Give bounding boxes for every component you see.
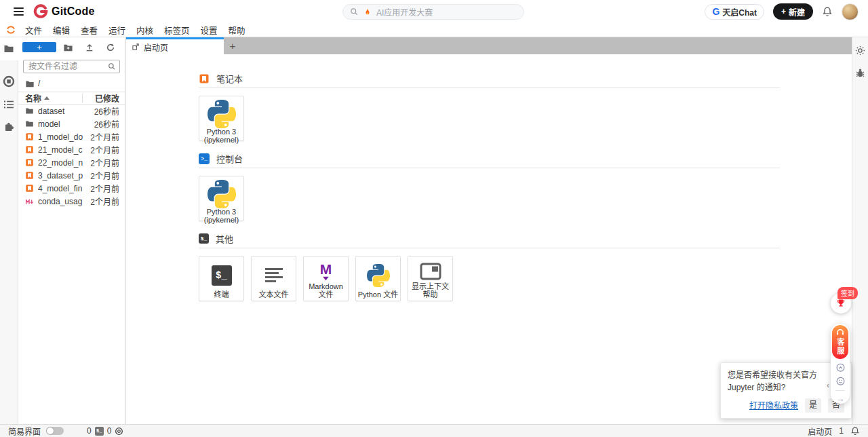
notification-bell-icon[interactable] (822, 6, 833, 17)
upload-button[interactable] (80, 43, 98, 52)
breadcrumb-root[interactable]: / (38, 79, 40, 88)
sidebar-tab-table-of-contents[interactable] (0, 93, 18, 116)
trophy-icon (835, 299, 846, 309)
headset-icon (835, 328, 845, 337)
python-logo-icon (367, 260, 390, 291)
section-title: 笔记本 (216, 72, 243, 85)
menu-view[interactable]: 查看 (75, 24, 103, 37)
menu-help[interactable]: 帮助 (223, 24, 251, 37)
sidebar-tab-extensions[interactable] (0, 116, 18, 139)
search-icon (108, 62, 116, 71)
file-row[interactable]: model 26秒前 (18, 117, 125, 130)
property-inspector-gear-icon[interactable] (855, 45, 865, 56)
notification-yes-button[interactable]: 是 (805, 398, 821, 413)
menu-run[interactable]: 运行 (103, 24, 131, 37)
customer-service-label: 客服 (835, 338, 846, 356)
launcher-card-terminal[interactable]: $_ 终端 (199, 256, 244, 301)
smiley-feedback-icon[interactable] (835, 377, 846, 386)
section-cards: Python 3 (ipykernel) (199, 168, 780, 232)
file-row[interactable]: 21_model_c... 2个月前 (18, 143, 125, 156)
privacy-policy-link[interactable]: 打开隐私政策 (749, 400, 798, 412)
right-activity-bar (852, 37, 868, 424)
breadcrumb[interactable]: / (18, 73, 125, 92)
sidebar-tab-file-browser[interactable] (0, 37, 18, 60)
file-row[interactable]: 1_model_do... 2个月前 (18, 130, 125, 143)
hamburger-menu-icon[interactable] (14, 7, 24, 16)
folder-icon (3, 43, 14, 54)
launcher-card-notebook-python3[interactable]: Python 3 (ipykernel) (199, 96, 244, 141)
file-row[interactable]: dataset 26秒前 (18, 104, 125, 117)
console-icon: >_ (199, 153, 210, 164)
terminal-icon: $_ (199, 233, 209, 244)
status-bell-icon[interactable] (850, 426, 860, 436)
launcher-card-text-file[interactable]: 文本文件 (251, 256, 296, 301)
file-row[interactable]: conda_usag... 2个月前 (18, 195, 125, 208)
tab-bar: 启动页 + (126, 37, 852, 54)
section-header: 笔记本 (199, 72, 780, 88)
home-folder-icon (25, 79, 35, 88)
filename-filter[interactable] (23, 60, 120, 73)
card-label: 文本文件 (258, 291, 290, 301)
header-actions: G 天启Chat + 新建 (705, 0, 859, 23)
menu-file[interactable]: 文件 (20, 24, 47, 37)
file-row[interactable]: 4_model_fin... 2个月前 (18, 182, 125, 195)
simple-mode-label: 简易界面 (8, 425, 41, 437)
expand-arrow[interactable]: → (836, 394, 845, 404)
tianqi-chat-label: 天启Chat (722, 6, 757, 18)
simple-mode-toggle[interactable] (46, 427, 64, 435)
section-title: 其他 (216, 232, 233, 245)
checkin-badge[interactable]: 签到 (837, 287, 858, 299)
debugger-bug-icon[interactable] (856, 68, 865, 78)
refresh-icon (106, 43, 115, 52)
widget-divider (835, 390, 845, 391)
file-modified: 26秒前 (87, 105, 119, 117)
menu-kernel[interactable]: 内核 (131, 24, 159, 37)
terminal-icon: $_ (95, 427, 104, 436)
file-name: 3_dataset_pr... (38, 171, 83, 180)
new-folder-button[interactable] (59, 43, 77, 52)
refresh-button[interactable] (101, 43, 119, 52)
file-modified: 2个月前 (87, 144, 119, 155)
notebook-icon (199, 73, 210, 84)
menu-tabs[interactable]: 标签页 (159, 24, 195, 37)
tab-launcher[interactable]: 启动页 (126, 37, 224, 54)
customer-service-button[interactable]: 客服 (832, 325, 848, 359)
launcher-card-python-file[interactable]: Python 文件 (355, 256, 401, 301)
gitcode-logo[interactable]: GitCode (33, 4, 95, 19)
sidebar-tab-running-kernels[interactable] (0, 70, 18, 93)
kernel-circle-icon (115, 427, 123, 436)
text-file-icon (264, 260, 284, 291)
floating-chat-widget: 客服 → (831, 324, 850, 404)
running-sessions[interactable]: 0 $_ 0 (87, 426, 123, 436)
collapse-chevron[interactable]: ‹ (827, 381, 829, 390)
column-modified[interactable]: 已修改 (87, 92, 119, 104)
folder-icon (25, 119, 34, 128)
python-logo-icon (208, 100, 236, 128)
launcher-card-console-python3[interactable]: Python 3 (ipykernel) (199, 176, 244, 221)
circle-up-icon[interactable] (835, 363, 846, 373)
status-left: 简易界面 0 $_ 0 (8, 425, 808, 437)
gitcode-g-icon (33, 4, 48, 19)
file-row[interactable]: 3_dataset_pr... 2个月前 (18, 169, 125, 182)
file-name: 22_model_n... (38, 158, 83, 168)
header-search-input[interactable]: AI应用开发大赛 (342, 4, 524, 20)
notebook-icon (25, 158, 34, 167)
user-avatar[interactable] (842, 3, 859, 20)
column-name[interactable]: 名称 (25, 92, 82, 104)
file-name: 1_model_do... (38, 132, 83, 142)
section-cards: Python 3 (ipykernel) (199, 88, 780, 152)
add-tab-button[interactable]: + (224, 37, 241, 54)
new-launcher-button[interactable]: + (22, 42, 56, 52)
file-row[interactable]: 22_model_n... 2个月前 (18, 156, 125, 169)
tianqi-chat-button[interactable]: G 天启Chat (705, 4, 764, 20)
file-browser-toolbar: + (18, 37, 125, 56)
launcher-card-markdown-file[interactable]: M▼ Markdown 文件 (303, 256, 349, 301)
file-browser-panel: + / 名称 已修改 (18, 37, 125, 424)
new-button[interactable]: + 新建 (773, 3, 813, 20)
menu-edit[interactable]: 编辑 (47, 24, 75, 37)
filename-filter-input[interactable] (27, 61, 108, 72)
markdown-icon: M▼ (320, 260, 332, 283)
plus-icon: + (230, 40, 236, 52)
menu-settings[interactable]: 设置 (195, 24, 223, 37)
launcher-card-show-contextual-help[interactable]: 显示上下文帮助 (408, 256, 453, 301)
